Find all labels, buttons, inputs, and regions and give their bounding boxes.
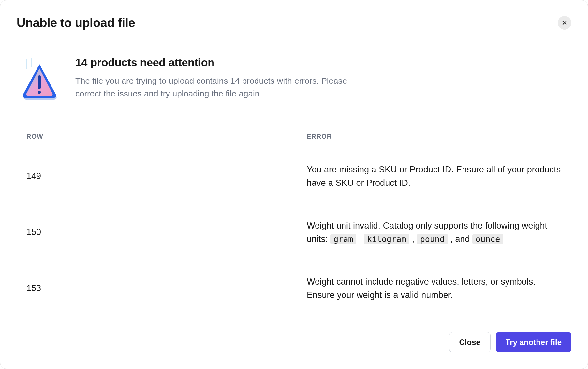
svg-point-7 bbox=[38, 91, 41, 94]
column-header-error: ERROR bbox=[307, 133, 562, 140]
modal-title: Unable to upload file bbox=[17, 16, 135, 30]
modal-header: Unable to upload file bbox=[17, 16, 571, 30]
attention-section: 14 products need attention The file you … bbox=[17, 56, 571, 100]
error-message: Weight unit invalid. Catalog only suppor… bbox=[307, 219, 562, 245]
error-table: ROW ERROR 149 You are missing a SKU or P… bbox=[17, 133, 571, 319]
table-row: 153 Weight cannot include negative value… bbox=[17, 260, 571, 316]
table-header: ROW ERROR bbox=[17, 133, 571, 148]
close-icon bbox=[562, 20, 567, 25]
column-header-row: ROW bbox=[26, 133, 307, 140]
table-row: 150 Weight unit invalid. Catalog only su… bbox=[17, 204, 571, 260]
warning-triangle-icon bbox=[20, 58, 59, 100]
table-row: 149 You are missing a SKU or Product ID.… bbox=[17, 148, 571, 204]
close-button[interactable]: Close bbox=[449, 332, 491, 352]
code-token: gram bbox=[330, 234, 356, 244]
try-another-file-button[interactable]: Try another file bbox=[496, 332, 571, 352]
row-number: 150 bbox=[26, 227, 307, 237]
attention-title: 14 products need attention bbox=[75, 56, 571, 69]
modal-footer: Close Try another file bbox=[17, 319, 571, 352]
row-number: 149 bbox=[26, 171, 307, 181]
error-message: Weight cannot include negative values, l… bbox=[307, 275, 562, 302]
error-message: You are missing a SKU or Product ID. Ens… bbox=[307, 163, 562, 189]
code-token: pound bbox=[417, 234, 448, 244]
code-token: ounce bbox=[472, 234, 503, 244]
code-token: kilogram bbox=[364, 234, 409, 244]
row-number: 153 bbox=[26, 283, 307, 293]
upload-error-modal: Unable to upload file bbox=[0, 0, 588, 369]
attention-description: The file you are trying to upload contai… bbox=[75, 75, 375, 100]
attention-text: 14 products need attention The file you … bbox=[75, 56, 571, 100]
close-icon-button[interactable] bbox=[558, 16, 571, 30]
